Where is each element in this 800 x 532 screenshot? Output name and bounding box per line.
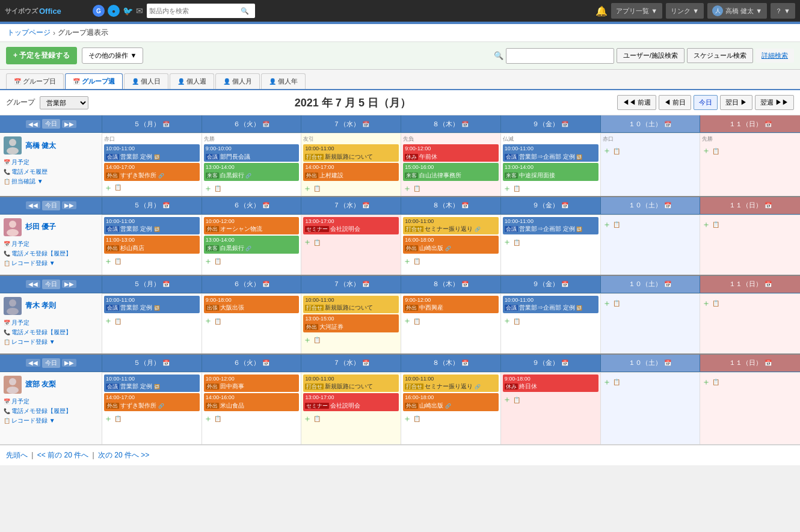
add-event-sugita-sun[interactable]: ＋: [702, 219, 710, 230]
event-sugita-mon-2[interactable]: 11:00-13:00 外出杉山商店: [104, 236, 200, 253]
tab-personal-week[interactable]: 👤 個人週: [170, 73, 214, 89]
next-day-button[interactable]: 翌日 ▶: [720, 95, 752, 110]
record-link-aoki[interactable]: 📋 レコード登録 ▼: [4, 338, 98, 346]
bell-icon[interactable]: 🔔: [595, 5, 608, 17]
prev-day-button[interactable]: ◀ 前日: [659, 95, 691, 110]
add-event-sugita-mon[interactable]: ＋: [104, 256, 112, 267]
event-aoki-fri-1[interactable]: 10:00-11:00 会議営業部⇒企画部 定例 🔁: [503, 296, 598, 313]
event-sugita-thu-2[interactable]: 16:00-18:00 外出山崎出版 🔗: [403, 236, 499, 253]
copy-event-aoki-tue[interactable]: 📋: [214, 316, 221, 326]
next-nav-mini-3[interactable]: ▶▶: [62, 280, 76, 288]
event-aoki-wed-1[interactable]: 10:00-11:00 打合せ新規販路について: [303, 296, 399, 313]
add-event-aoki-mon[interactable]: ＋: [104, 316, 112, 326]
today-mini-3[interactable]: 今日: [42, 280, 60, 289]
add-event-watabe-wed[interactable]: ＋: [303, 414, 312, 424]
event-sugita-mon-1[interactable]: 10:00-11:00 会議営業部 定例 🔁: [104, 217, 200, 234]
copy-event-takahashi-wed[interactable]: 📋: [313, 183, 321, 194]
add-event-watabe-thu[interactable]: ＋: [403, 414, 411, 424]
user-facility-search-button[interactable]: ユーザー/施設検索: [617, 48, 685, 63]
tab-group-day[interactable]: 📅 グループ日: [6, 73, 64, 89]
add-event-aoki-sat[interactable]: ＋: [603, 298, 611, 309]
event-takahashi-thu-1[interactable]: 9:00-12:00 休み午前休: [403, 144, 499, 162]
record-link-watabe[interactable]: 📋 レコード登録 ▼: [4, 417, 98, 425]
event-watabe-tue-1[interactable]: 10:00-12:00 外出田中商事: [204, 375, 300, 392]
group-select[interactable]: 営業部: [40, 96, 88, 109]
prev-week-button[interactable]: ◀◀ 前週: [617, 95, 656, 110]
pagination-next[interactable]: 次の 20 件へ >>: [98, 451, 149, 459]
copy-event-watabe-sat[interactable]: 📋: [613, 377, 620, 388]
record-link-sugita[interactable]: 📋 レコード登録 ▼: [4, 259, 98, 268]
today-mini-1[interactable]: 今日: [42, 119, 60, 129]
event-takahashi-tue-1[interactable]: 9:00-10:00 会議部門長会議: [204, 144, 300, 162]
user-button[interactable]: 人 高橋 健太 ▼: [707, 3, 767, 19]
copy-event-aoki-wed[interactable]: 📋: [313, 335, 321, 346]
add-event-sugita-fri[interactable]: ＋: [503, 237, 511, 248]
tab-personal-day[interactable]: 👤 個人日: [124, 73, 168, 89]
person-name-aoki[interactable]: 青木 孝則: [4, 297, 98, 315]
col-thu-cal-1[interactable]: 📅: [461, 121, 469, 127]
copy-event-takahashi-tue[interactable]: 📋: [214, 183, 221, 194]
event-sugita-tue-2[interactable]: 13:00-14:00 来客白黒銀行 🔗: [204, 236, 300, 253]
add-event-sugita-wed[interactable]: ＋: [303, 237, 312, 248]
phonememo-link-aoki[interactable]: 📞 電話メモ登録【履歴】: [4, 328, 98, 337]
event-aoki-wed-2[interactable]: 13:00-15:00 外出大河証券: [303, 314, 399, 332]
copy-event-takahashi-sat[interactable]: 📋: [613, 145, 620, 156]
phonememo-link-sugita[interactable]: 📞 電話メモ登録【履歴】: [4, 249, 98, 258]
person-name-watabe[interactable]: 渡部 友梨: [4, 376, 98, 394]
add-event-sugita-tue[interactable]: ＋: [204, 256, 212, 267]
event-watabe-mon-1[interactable]: 10:00-11:00 会議営業部 定例 🔁: [104, 375, 200, 392]
add-event-aoki-tue[interactable]: ＋: [204, 316, 212, 326]
copy-event-sugita-thu[interactable]: 📋: [413, 256, 420, 267]
add-event-takahashi-wed[interactable]: ＋: [303, 183, 312, 194]
today-mini-4[interactable]: 今日: [42, 358, 60, 368]
copy-event-aoki-sat[interactable]: 📋: [613, 298, 620, 309]
copy-event-aoki-mon[interactable]: 📋: [114, 316, 122, 326]
col-fri-cal-1[interactable]: 📅: [561, 121, 568, 127]
add-event-takahashi-sun[interactable]: ＋: [702, 145, 710, 156]
add-event-watabe-mon[interactable]: ＋: [104, 414, 112, 424]
search-input[interactable]: [149, 7, 239, 14]
event-sugita-thu-1[interactable]: 10:00-11:00 打合せセミナー振り返り 🔗: [403, 217, 499, 234]
prev-nav-mini-3[interactable]: ◀◀: [26, 280, 40, 288]
event-takahashi-thu-2[interactable]: 15:00-16:00 来客白山法律事務所: [403, 163, 499, 180]
prev-nav-mini-1[interactable]: ◀◀: [26, 120, 40, 128]
event-aoki-thu-1[interactable]: 9:00-12:00 外出中西興産: [403, 296, 499, 313]
event-takahashi-wed-2[interactable]: 14:00-17:00 外出上村建設: [303, 163, 399, 180]
prev-nav-mini-4[interactable]: ◀◀: [26, 359, 40, 367]
brand-office[interactable]: Office: [39, 7, 61, 16]
register-button[interactable]: + 予定を登録する: [6, 47, 77, 64]
monthly-link-aoki[interactable]: 📅 月予定: [4, 319, 98, 327]
search-icon[interactable]: 🔍: [241, 7, 249, 15]
col-wed-cal-1[interactable]: 📅: [362, 121, 369, 127]
phonememo-link-takahashi[interactable]: 📞 電話メモ履歴: [4, 168, 98, 176]
add-event-takahashi-sat[interactable]: ＋: [603, 145, 611, 156]
copy-event-aoki-sun[interactable]: 📋: [712, 298, 719, 309]
add-event-watabe-fri[interactable]: ＋: [503, 394, 511, 405]
person-name-sugita[interactable]: 杉田 優子: [4, 218, 98, 236]
copy-event-sugita-fri[interactable]: 📋: [513, 237, 520, 248]
help-button[interactable]: ？ ▼: [771, 3, 795, 19]
add-event-watabe-tue[interactable]: ＋: [204, 414, 212, 424]
copy-event-watabe-sun[interactable]: 📋: [712, 377, 719, 388]
person-name-takahashi[interactable]: 高橋 健太: [4, 136, 98, 154]
col-sat-cal-1[interactable]: 📅: [664, 121, 671, 127]
copy-event-watabe-wed[interactable]: 📋: [313, 414, 321, 424]
add-event-takahashi-thu[interactable]: ＋: [403, 183, 411, 194]
copy-event-takahashi-mon[interactable]: 📋: [114, 183, 122, 192]
monthly-link-takahashi[interactable]: 📅 月予定: [4, 158, 98, 167]
event-watabe-fri-1[interactable]: 9:00-18:00 休み終日休: [503, 375, 598, 392]
google-icon[interactable]: G: [93, 5, 105, 17]
tab-personal-year[interactable]: 👤 個人年: [261, 73, 306, 89]
event-takahashi-wed-1[interactable]: 10:00-11:00 打合せ新規販路について: [303, 144, 399, 162]
col-sun-cal-1[interactable]: 📅: [765, 121, 772, 127]
breadcrumb-home[interactable]: トップページ: [7, 28, 51, 38]
mail-icon[interactable]: ✉: [136, 6, 143, 16]
pagination-first[interactable]: 先頭へ: [6, 451, 28, 459]
event-takahashi-fri-2[interactable]: 13:00-14:00 来客中途採用面接: [503, 163, 598, 180]
today-mini-2[interactable]: 今日: [42, 201, 60, 210]
apps-button[interactable]: アプリ一覧 ▼: [611, 3, 662, 19]
event-takahashi-mon-1[interactable]: 10:00-11:00 会議営業部 定例 🔁: [104, 144, 200, 162]
next-nav-mini-2[interactable]: ▶▶: [62, 201, 76, 209]
copy-event-sugita-wed[interactable]: 📋: [313, 237, 321, 248]
add-event-aoki-wed[interactable]: ＋: [303, 335, 312, 346]
